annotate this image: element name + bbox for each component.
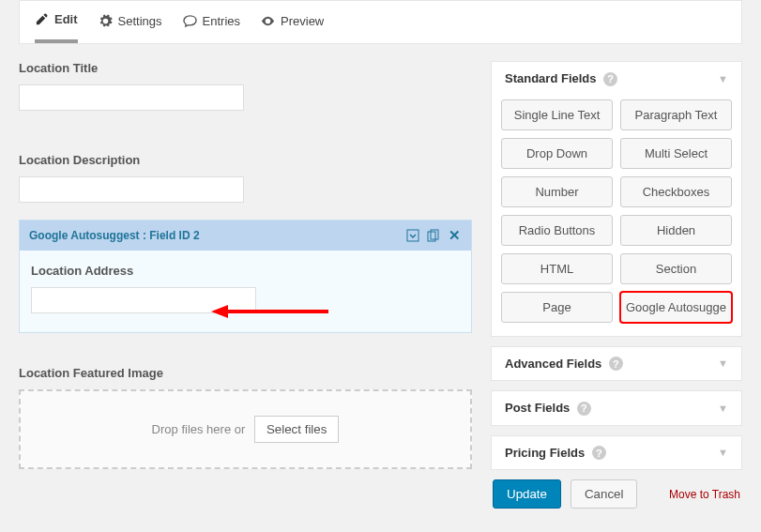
field-google-autosuggest[interactable]: Google Autosuggest : Field ID 2 ✕ Locati… — [19, 220, 472, 333]
panel-pricing-header[interactable]: Pricing Fields ? ▼ — [492, 436, 741, 470]
field-btn-multi-select[interactable]: Multi Select — [620, 138, 732, 169]
field-featured-image[interactable]: Location Featured Image Drop files here … — [19, 366, 472, 469]
field-btn-single-line-text[interactable]: Single Line Text — [501, 99, 613, 130]
field-btn-checkboxes[interactable]: Checkboxes — [620, 176, 732, 207]
panel-standard-title: Standard Fields — [505, 71, 597, 85]
field-btn-hidden[interactable]: Hidden — [620, 215, 732, 246]
panel-standard-header[interactable]: Standard Fields ? ▼ — [492, 62, 741, 96]
field-btn-section[interactable]: Section — [620, 253, 732, 284]
field-btn-html[interactable]: HTML — [501, 253, 613, 284]
move-to-trash-link[interactable]: Move to Trash — [669, 488, 740, 501]
field-location-description[interactable]: Location Description — [19, 153, 472, 203]
collapse-icon[interactable] — [405, 228, 420, 243]
cancel-button[interactable]: Cancel — [571, 479, 638, 509]
delete-icon[interactable]: ✕ — [447, 228, 462, 243]
location-address-label: Location Address — [31, 264, 460, 278]
panel-advanced-header[interactable]: Advanced Fields ? ▼ — [492, 347, 741, 381]
eye-icon — [261, 14, 275, 28]
featured-image-label: Location Featured Image — [19, 366, 472, 380]
field-btn-paragraph-text[interactable]: Paragraph Text — [620, 99, 732, 130]
caret-icon: ▼ — [718, 73, 728, 84]
field-btn-number[interactable]: Number — [501, 176, 613, 207]
panel-post-header[interactable]: Post Fields ? ▼ — [492, 391, 741, 425]
field-header[interactable]: Google Autosuggest : Field ID 2 ✕ — [20, 220, 471, 251]
panel-pricing-fields: Pricing Fields ? ▼ — [491, 435, 742, 471]
help-icon[interactable]: ? — [577, 402, 591, 416]
tab-entries[interactable]: Entries — [183, 12, 240, 43]
field-location-title[interactable]: Location Title — [19, 61, 472, 111]
sidebar: Standard Fields ? ▼ Single Line Text Par… — [491, 61, 742, 509]
gear-icon — [99, 14, 113, 28]
footer-actions: Update Cancel Move to Trash — [491, 479, 742, 509]
edit-icon — [35, 12, 49, 26]
tab-entries-label: Entries — [203, 14, 240, 28]
panel-standard-fields: Standard Fields ? ▼ Single Line Text Par… — [491, 61, 742, 337]
field-btn-google-autosuggest[interactable]: Google Autosugge — [620, 292, 732, 323]
location-title-input[interactable] — [19, 84, 244, 111]
tab-edit-label: Edit — [54, 12, 78, 26]
panel-pricing-title: Pricing Fields — [505, 446, 585, 460]
panel-post-title: Post Fields — [505, 401, 570, 415]
panel-advanced-title: Advanced Fields — [505, 357, 601, 371]
location-title-label: Location Title — [19, 61, 472, 75]
help-icon[interactable]: ? — [592, 446, 606, 460]
svg-rect-1 — [407, 230, 419, 241]
update-button[interactable]: Update — [493, 479, 561, 509]
speech-icon — [183, 14, 197, 28]
tab-settings[interactable]: Settings — [99, 12, 162, 43]
form-editor: Location Title Location Description Goog… — [19, 61, 472, 509]
field-btn-radio-buttons[interactable]: Radio Buttons — [501, 215, 613, 246]
field-btn-page[interactable]: Page — [501, 292, 613, 323]
upload-area[interactable]: Drop files here or Select files — [19, 389, 472, 469]
tab-settings-label: Settings — [118, 14, 162, 28]
caret-icon: ▼ — [718, 447, 728, 458]
svg-point-0 — [266, 20, 269, 23]
location-address-input[interactable] — [31, 287, 256, 313]
duplicate-icon[interactable] — [426, 228, 441, 243]
tabs: Edit Settings Entries Preview — [19, 0, 742, 44]
field-header-title: Google Autosuggest : Field ID 2 — [29, 229, 200, 242]
field-btn-drop-down[interactable]: Drop Down — [501, 138, 613, 169]
tab-preview[interactable]: Preview — [261, 12, 324, 43]
location-description-label: Location Description — [19, 153, 472, 167]
select-files-button[interactable]: Select files — [254, 416, 339, 443]
caret-icon: ▼ — [718, 357, 728, 369]
help-icon[interactable]: ? — [603, 72, 617, 86]
drop-text: Drop files here or — [152, 422, 246, 436]
tab-edit[interactable]: Edit — [35, 12, 78, 43]
tab-preview-label: Preview — [281, 14, 324, 28]
location-description-input[interactable] — [19, 176, 244, 203]
panel-advanced-fields: Advanced Fields ? ▼ — [491, 346, 742, 382]
help-icon[interactable]: ? — [609, 357, 623, 371]
caret-icon: ▼ — [718, 403, 728, 414]
panel-post-fields: Post Fields ? ▼ — [491, 390, 742, 426]
